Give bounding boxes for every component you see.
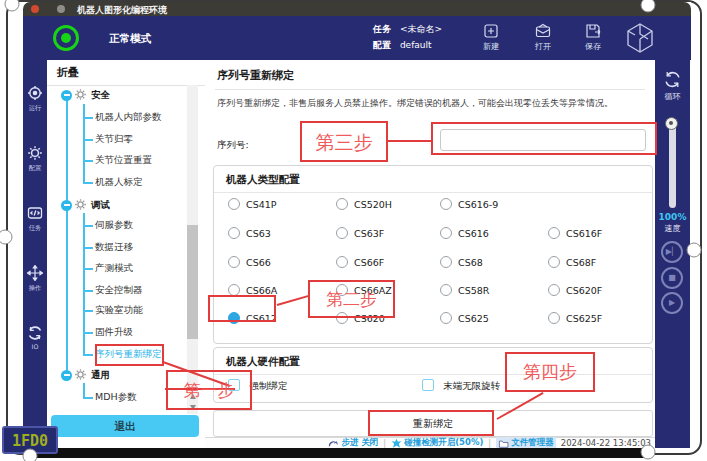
scroll-down-icon[interactable] [190, 405, 196, 410]
collapse-minus-icon[interactable] [61, 90, 72, 101]
play-button[interactable]: ▶ [661, 292, 683, 314]
radio-label: CS620 [354, 313, 385, 324]
speed-slider-track[interactable] [669, 122, 676, 208]
radio-icon [228, 227, 240, 239]
collapse-minus-icon[interactable] [61, 200, 72, 211]
radio-option[interactable]: CS520H [336, 198, 392, 212]
nav-item-run[interactable]: 运行 [23, 85, 47, 113]
tree-item[interactable]: 伺服参数 [47, 216, 205, 234]
radio-option[interactable]: CS616-9 [440, 198, 498, 212]
radio-option[interactable]: CS68 [440, 256, 483, 270]
move-arrows-icon [27, 265, 43, 281]
collapse-minus-icon[interactable] [61, 370, 72, 381]
step-icon [328, 438, 339, 449]
radio-option[interactable]: CS68F [548, 256, 596, 270]
new-button[interactable]: 新建 [467, 22, 515, 52]
stop-button[interactable]: ■ [661, 267, 683, 289]
radio-icon [228, 284, 240, 296]
radio-label: CS616-9 [458, 199, 498, 210]
tree-item-label: 序列号重新绑定 [95, 345, 162, 363]
tree-item[interactable]: 机器人内部参数 [47, 108, 205, 126]
tree-group-label: 调试 [91, 196, 110, 214]
timestamp: 2024-04-22 13:45:03 [561, 438, 651, 448]
radio-label: CS520H [354, 199, 392, 210]
radio-option[interactable]: CS58R [440, 284, 489, 298]
step-forward-button[interactable]: ▶▏ [661, 241, 683, 263]
nav-label: 配置 [24, 164, 46, 173]
tree-item[interactable]: 产测模式 [47, 259, 205, 277]
tree-item-selected[interactable]: 序列号重新绑定 [47, 345, 205, 363]
radio-option[interactable]: CS625 [440, 312, 489, 326]
tree-item-label: 固件升级 [95, 323, 133, 341]
serial-number-label: 序列号: [217, 139, 249, 152]
separator: | [488, 438, 491, 448]
open-file-icon [534, 22, 552, 40]
tree-item[interactable]: 安全控制器 [47, 281, 205, 299]
tree-item[interactable]: MDH参数 [47, 388, 205, 406]
close-button[interactable] [31, 5, 39, 13]
radio-label: CS625 [458, 313, 489, 324]
force-bind-checkbox[interactable]: 强制绑定 [228, 379, 287, 393]
exit-button[interactable]: 退出 [51, 415, 199, 437]
radio-icon [336, 256, 348, 268]
radio-option[interactable]: CS620F [548, 284, 602, 298]
run-icon [27, 85, 43, 101]
selection-handle[interactable] [641, 445, 656, 460]
loop-label: 循环 [655, 91, 690, 102]
radio-option[interactable]: CS41P [228, 198, 276, 212]
radio-option[interactable]: CS66 [228, 256, 271, 270]
tree-group[interactable]: 通用 [47, 366, 205, 384]
speed-slider-knob[interactable] [665, 117, 678, 130]
rebind-button[interactable]: 重新绑定 [213, 410, 653, 437]
save-button[interactable]: 保存 [569, 22, 617, 52]
radio-option[interactable]: CS625F [548, 312, 602, 326]
minimize-button[interactable] [57, 5, 65, 13]
tree-group[interactable]: 调试 [47, 196, 205, 214]
tree-item-label: MDH参数 [95, 388, 137, 406]
loop-icon[interactable] [663, 70, 682, 89]
open-button[interactable]: 打开 [519, 22, 567, 52]
radio-option[interactable]: CS63 [228, 227, 271, 241]
tree-item[interactable]: 固件升级 [47, 323, 205, 341]
divider [214, 374, 652, 375]
tree-item-label: 机器人标定 [95, 173, 143, 191]
right-panel: 循环 100% 速度 ▶▏ ■ ▶ [655, 60, 690, 448]
selection-handle[interactable] [687, 243, 702, 258]
nav-item-io[interactable]: IO [23, 325, 47, 351]
radio-option[interactable]: CS66A [228, 284, 277, 298]
tree-item-label: 机器人内部参数 [95, 108, 162, 126]
open-button-label: 打开 [519, 41, 567, 52]
tree-item[interactable]: 关节位置重置 [47, 151, 205, 169]
tree-item[interactable]: 实验室功能 [47, 301, 205, 319]
radio-label: CS66A [246, 285, 277, 296]
tree-group-label: 安全 [91, 86, 110, 104]
config-label: 配置 [373, 37, 397, 53]
tree-item[interactable]: 关节归零 [47, 130, 205, 148]
radio-icon [228, 256, 240, 268]
nav-item-config[interactable]: 配置 [23, 145, 47, 173]
radio-label: CS66F [354, 257, 384, 268]
radio-option[interactable]: CS66AZ [336, 284, 392, 298]
tree-item[interactable]: 数据迁移 [47, 238, 205, 256]
radio-option[interactable]: CS616 [440, 227, 489, 241]
radio-label: CS616 [458, 228, 489, 239]
radio-option[interactable]: CS66F [336, 256, 384, 270]
new-file-icon [482, 22, 500, 40]
endless-rotation-checkbox[interactable]: 末端无限旋转 [422, 379, 500, 393]
tree-group[interactable]: 安全 [47, 86, 205, 104]
scroll-up-icon[interactable] [190, 394, 196, 399]
nav-item-operate[interactable]: 操作 [23, 265, 47, 293]
radio-option[interactable]: CS612 [228, 312, 277, 326]
tree-item-label: 关节归零 [95, 130, 133, 148]
tree-item[interactable]: 机器人标定 [47, 173, 205, 191]
gear-icon [74, 368, 87, 387]
selection-handle[interactable] [23, 449, 38, 461]
serial-number-input[interactable] [440, 129, 646, 151]
tree-collapse-header[interactable]: 折叠 [47, 60, 205, 86]
radio-option[interactable]: CS616F [548, 227, 602, 241]
scrollbar-thumb[interactable] [187, 225, 198, 339]
radio-option[interactable]: CS620 [336, 312, 385, 326]
radio-option[interactable]: CS63F [336, 227, 384, 241]
nav-item-task[interactable]: 任务 [23, 205, 47, 233]
radio-icon [336, 284, 348, 296]
